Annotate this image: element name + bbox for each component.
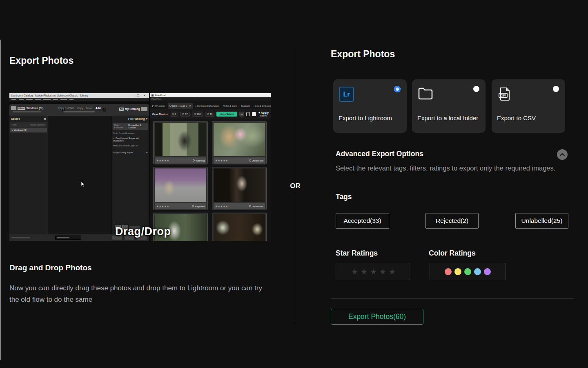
photo-thumb: ★★★★★Rejected (153, 167, 208, 210)
export-option-local-folder[interactable]: Export to a local folder (412, 79, 486, 133)
count-chip: 982 (192, 112, 203, 117)
tags-section-title: Tags (336, 193, 352, 201)
star-ratings-title: Star Ratings (336, 249, 378, 258)
csv-file-icon: CSV (497, 87, 512, 101)
count-chip: 57 (180, 112, 190, 117)
left-page-title: Export Photos (9, 55, 74, 66)
section-divider (331, 298, 574, 298)
app-tab-bar: Welcome blink_reject_e✕ ●Keyboard Shortc… (150, 101, 271, 109)
export-option-lightroom[interactable]: Lr Export to Lightroom (333, 79, 407, 133)
from-badge: FROM (18, 107, 25, 110)
window-controls-icons: – ▢ ✕ (131, 94, 147, 97)
photo-image (155, 123, 206, 156)
folder-icon (418, 87, 433, 101)
left-edge-line (0, 40, 1, 360)
view-photos-label: View Photos (152, 113, 168, 116)
color-dot-red[interactable] (445, 268, 452, 275)
filterpixel-window-illustration: FilterPixel FilterPixel Welcome blink_re… (150, 93, 271, 241)
tag-unlabelled-button[interactable]: Unlabelled(25) (515, 213, 568, 229)
lightroom-window-title: Lightroom Catalog - Adobe Photoshop Ligh… (11, 94, 131, 97)
tab-keyboard-shortcuts: ●Keyboard Shortcuts (194, 103, 220, 109)
lightroom-logo-icon: Lr (339, 87, 354, 102)
import-source-name: Windows (C:) (27, 107, 43, 110)
radio-local-folder[interactable] (473, 86, 479, 92)
tag-accepted-button[interactable]: Accepted(33) (336, 213, 389, 229)
drag-drop-tutorial-image: Lightroom Catalog - Adobe Photoshop Ligh… (9, 93, 271, 241)
photo-image (214, 168, 265, 202)
app-titlebar-text: FilterPixel (155, 94, 165, 96)
status-icon (193, 159, 195, 162)
tab-support: Support (239, 103, 251, 109)
mode-copy-as-dng: Copy as DNG (58, 107, 74, 110)
tab-refer-earn: Refer & Earn (221, 103, 239, 109)
photo-image (155, 168, 206, 202)
lightroom-window-illustration: Lightroom Catalog - Adobe Photoshop Ligh… (9, 93, 149, 241)
color-dot-green[interactable] (464, 268, 471, 275)
drag-drop-overlay-text: Drag/Drop (115, 225, 171, 238)
mouse-cursor-icon (81, 181, 85, 188)
tab-help-onboarding: Help & Onboarding (252, 103, 271, 109)
export-option-label: Export to Lightroom (339, 114, 392, 121)
export-option-csv[interactable]: CSV Export to CSV (492, 79, 565, 133)
export-option-label: Export to a local folder (417, 114, 478, 121)
app-icon (151, 94, 154, 96)
or-label: OR (287, 180, 304, 192)
color-dot-blue[interactable] (474, 268, 481, 275)
lightroom-titlebar: Lightroom Catalog - Adobe Photoshop Ligh… (9, 93, 149, 98)
photo-thumb: ★★★★★Unlabelled (212, 167, 267, 210)
square-view-icon (246, 112, 250, 116)
status-icon (249, 205, 251, 207)
chevron-up-icon (560, 153, 565, 156)
drag-drop-heading: Drag and Drop Photos (9, 263, 92, 272)
photo-thumb: ★★★★★Unlabelled (212, 121, 267, 164)
apply-filters-button: ▼Apply Filters (258, 111, 269, 117)
photo-thumb: ★★★★★Warning (153, 121, 208, 164)
app-toolbar: View Photos 0 57 982 33 Auto Select ☰ ▼A… (150, 109, 271, 119)
catalog-name: My Catalog (125, 108, 140, 110)
grid-list-toggle-icon: ☰ (239, 112, 244, 117)
color-rating-control[interactable] (430, 263, 506, 280)
color-dot-purple[interactable] (484, 268, 491, 275)
close-tab-icon: ✕ (189, 104, 191, 107)
to-badge: TO (119, 108, 124, 111)
status-icon (249, 159, 251, 162)
export-option-label: Export to CSV (497, 114, 536, 121)
star-rating-control[interactable]: ★★★★★ (336, 263, 411, 280)
green-dot-icon: ● (195, 105, 196, 107)
tab-welcome: Welcome (151, 103, 167, 109)
mode-add: Add (96, 107, 101, 110)
advanced-subtitle: Select the relevant tags, filters, ratin… (336, 164, 555, 172)
photo-image (214, 214, 265, 241)
catalog-icon (141, 107, 147, 111)
next-arrow-icon: ▸ (102, 108, 106, 112)
count-chip: 0 (170, 112, 178, 117)
photo-grid: ★★★★★Warning ★★★★★Unlabelled ★★★★★Reject… (150, 120, 271, 241)
collapse-advanced-button[interactable] (557, 149, 568, 160)
star-icons[interactable]: ★★★★★ (349, 267, 398, 276)
color-dot-yellow[interactable] (454, 268, 461, 275)
tag-rejected-button[interactable]: Rejected(2) (425, 213, 479, 229)
mode-copy: Copy (77, 107, 83, 110)
source-device-icon (11, 106, 16, 110)
import-mode-tabs: Copy as DNG Copy Move Add (58, 107, 101, 110)
tab-project: blink_reject_e✕ (168, 103, 193, 109)
radio-csv[interactable] (553, 86, 559, 92)
advanced-export-options-title: Advanced Export Options (336, 150, 423, 158)
build-previews-dropdown: Build PreviewsEmbedded & Sidecar (113, 123, 148, 130)
svg-text:CSV: CSV (500, 94, 506, 97)
status-icon (192, 205, 194, 207)
photo-image (214, 123, 265, 156)
file-handling-title: File Handling (128, 117, 145, 121)
source-panel-title: Source (11, 117, 20, 121)
lightroom-import-header: FROM Windows (C:) ◂ Copy as DNG Copy Mov… (9, 104, 149, 116)
export-photos-button[interactable]: Export Photos(60) (331, 309, 423, 325)
hand-cursor-icon (252, 112, 256, 116)
count-chip: 33 (205, 112, 215, 117)
lightroom-file-handling-panel: File Handling▾ Build PreviewsEmbedded & … (111, 116, 149, 234)
mode-move: Move (86, 107, 93, 110)
lightroom-source-panel: Source⊕ FilesInclude Subfolders ▸Windows… (9, 116, 48, 234)
radio-lightroom-selected[interactable] (394, 86, 401, 92)
color-ratings-title: Color Ratings (429, 249, 476, 258)
drag-drop-description: Now you can directly drag these photos a… (9, 283, 266, 305)
photo-thumb (212, 213, 267, 241)
